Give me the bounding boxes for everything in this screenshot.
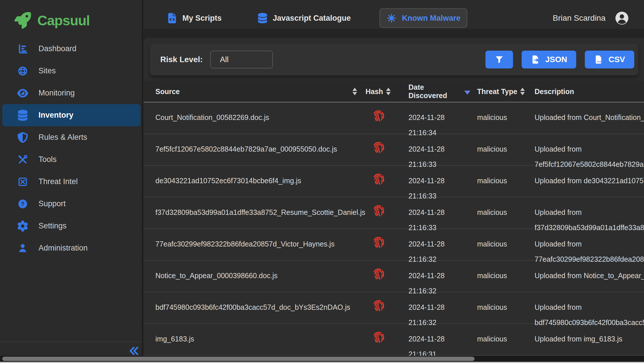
sidebar-item-label: Inventory bbox=[38, 111, 74, 120]
cell-hash[interactable] bbox=[355, 204, 401, 217]
brand-name: Capsuul bbox=[37, 13, 90, 28]
sort-icon[interactable] bbox=[386, 88, 391, 95]
sort-desc-icon[interactable] bbox=[464, 91, 471, 95]
threat-box-icon bbox=[17, 176, 28, 187]
export-csv-button[interactable]: csvCSV bbox=[585, 51, 634, 68]
table-row[interactable]: img_6183.js2024-11-2821:16:31maliciousUp… bbox=[144, 324, 644, 356]
tab-my-scripts[interactable]: My Scripts bbox=[160, 8, 229, 28]
cell-hash[interactable] bbox=[355, 172, 401, 185]
column-header-date-discovered[interactable]: Date Discovered bbox=[408, 81, 471, 102]
sidebar-item-label: Dashboard bbox=[38, 44, 76, 53]
filter-button[interactable] bbox=[485, 51, 513, 68]
sidebar-item-tools[interactable]: Tools bbox=[0, 148, 141, 171]
shield-icon bbox=[17, 132, 28, 143]
sidebar-item-administration[interactable]: Administration bbox=[0, 237, 141, 259]
table-row[interactable]: Notice_to_Appear_0000398660.doc.js2024-1… bbox=[144, 261, 644, 292]
fingerprint-icon bbox=[371, 267, 385, 280]
fingerprint-icon bbox=[371, 330, 385, 343]
user-name: Brian Scardina bbox=[553, 14, 606, 23]
sidebar-item-threat-intel[interactable]: Threat Intel bbox=[0, 171, 141, 193]
cell-source: img_6183.js bbox=[155, 331, 357, 347]
sort-icon[interactable] bbox=[520, 88, 525, 95]
cell-source: Notice_to_Appear_0000398660.doc.js bbox=[155, 268, 357, 283]
sidebar-item-label: Threat Intel bbox=[38, 177, 78, 186]
cell-description: Uploaded from img_6183.js bbox=[535, 331, 644, 347]
sidebar-item-settings[interactable]: Settings bbox=[0, 215, 141, 237]
table-row[interactable]: de3043221ad10752ec6f73014bcbe6f4_img.js2… bbox=[144, 166, 644, 197]
fingerprint-icon bbox=[371, 299, 385, 312]
column-header-source[interactable]: Source bbox=[155, 81, 357, 102]
sidebar-divider bbox=[0, 341, 142, 342]
tab-javascript-catalogue[interactable]: Javascript Catalogue bbox=[250, 8, 358, 28]
table-row[interactable]: 7ef5fcf12067e5802c8844eb7829a7ae_0009550… bbox=[144, 134, 644, 166]
sidebar-item-label: Support bbox=[38, 199, 66, 208]
rocket-icon bbox=[14, 12, 31, 29]
cell-description: Uploaded from de3043221ad10752ec6f73014b… bbox=[535, 173, 644, 188]
file-csv-icon: csv bbox=[594, 55, 604, 64]
risk-level-value: All bbox=[220, 55, 229, 64]
fingerprint-icon bbox=[371, 140, 385, 154]
sidebar-item-monitoring[interactable]: Monitoring bbox=[0, 82, 141, 104]
cell-source: 77eafc30299ef982322b86fdea20857d_Victor_… bbox=[155, 236, 357, 252]
cell-hash[interactable] bbox=[355, 267, 401, 280]
export-button-label: CSV bbox=[608, 55, 625, 64]
cell-source: f37d32809ba53d99a01a1dffe33a8752_Resume_… bbox=[155, 205, 357, 220]
chart-icon bbox=[17, 43, 28, 54]
sidebar-item-label: Sites bbox=[38, 66, 56, 75]
table-row[interactable]: Court_Notification_00582269.doc.js2024-1… bbox=[144, 102, 644, 134]
sidebar-item-rules-alerts[interactable]: Rules & Alerts bbox=[0, 126, 141, 148]
circle-question-icon: ? bbox=[17, 198, 28, 209]
table-row[interactable]: f37d32809ba53d99a01a1dffe33a8752_Resume_… bbox=[144, 197, 644, 229]
scrollbar-thumb[interactable] bbox=[2, 357, 475, 361]
cell-hash[interactable] bbox=[355, 109, 401, 122]
column-label: Source bbox=[155, 87, 180, 96]
sidebar-item-support[interactable]: ?Support bbox=[0, 193, 141, 215]
sidebar: Capsuul DashboardSitesMonitoringInventor… bbox=[0, 0, 143, 363]
cell-hash[interactable] bbox=[355, 299, 401, 312]
svg-text:csv: csv bbox=[597, 60, 601, 63]
cell-threat-type: malicious bbox=[477, 142, 530, 157]
column-header-hash[interactable]: Hash bbox=[355, 81, 401, 102]
globe-icon bbox=[17, 66, 28, 77]
sidebar-item-label: Settings bbox=[38, 221, 67, 230]
sidebar-item-label: Tools bbox=[38, 155, 57, 164]
table-row[interactable]: 77eafc30299ef982322b86fdea20857d_Victor_… bbox=[144, 229, 644, 261]
topbar: My ScriptsJavascript CatalogueKnown Malw… bbox=[144, 0, 644, 29]
content-panel: Risk Level: All JSONcsvCSV SourceHashDat… bbox=[144, 38, 644, 363]
sidebar-item-sites[interactable]: Sites bbox=[0, 60, 141, 82]
brand-logo: Capsuul bbox=[0, 0, 142, 29]
database-icon bbox=[17, 110, 28, 121]
column-header-threat-type[interactable]: Threat Type bbox=[477, 81, 530, 102]
column-header-description[interactable]: Description bbox=[535, 81, 644, 102]
table-row[interactable]: bdf745980c093b6fc42f00ba3cacc57d_doc_bYs… bbox=[144, 292, 644, 324]
cell-hash[interactable] bbox=[355, 235, 401, 249]
tab-known-malware[interactable]: Known Malware bbox=[379, 8, 467, 28]
column-label: Hash bbox=[365, 87, 383, 96]
user-menu[interactable]: Brian Scardina bbox=[553, 7, 630, 29]
cell-description: Uploaded from Notice_to_Appear_000039866… bbox=[535, 268, 644, 283]
cell-source: de3043221ad10752ec6f73014bcbe6f4_img.js bbox=[155, 173, 357, 188]
cell-threat-type: malicious bbox=[477, 110, 530, 125]
cell-source: 7ef5fcf12067e5802c8844eb7829a7ae_0009550… bbox=[155, 142, 357, 157]
risk-level-select[interactable]: All bbox=[210, 51, 273, 68]
cell-source: bdf745980c093b6fc42f00ba3cacc57d_doc_bYs… bbox=[155, 300, 357, 315]
cell-hash[interactable] bbox=[355, 140, 401, 154]
tab-label: Javascript Catalogue bbox=[273, 14, 351, 23]
cell-threat-type: malicious bbox=[477, 236, 530, 252]
cell-hash[interactable] bbox=[355, 330, 401, 343]
tab-label: My Scripts bbox=[182, 14, 222, 23]
horizontal-scrollbar[interactable] bbox=[0, 356, 644, 362]
sidebar-item-label: Rules & Alerts bbox=[38, 133, 87, 142]
cell-threat-type: malicious bbox=[477, 268, 530, 283]
filter-bar: Risk Level: All JSONcsvCSV bbox=[150, 44, 638, 75]
user-circle-icon[interactable] bbox=[614, 10, 630, 26]
fingerprint-icon bbox=[371, 204, 385, 217]
table-body: Court_Notification_00582269.doc.js2024-1… bbox=[144, 102, 644, 356]
sidebar-item-dashboard[interactable]: Dashboard bbox=[0, 38, 141, 60]
fingerprint-icon bbox=[371, 109, 385, 122]
sidebar-item-inventory[interactable]: Inventory bbox=[2, 104, 140, 126]
chevrons-left-icon[interactable] bbox=[127, 345, 140, 357]
export-json-button[interactable]: JSON bbox=[522, 51, 576, 68]
sidebar-nav: DashboardSitesMonitoringInventoryRules &… bbox=[0, 38, 141, 259]
virus-icon bbox=[386, 13, 397, 23]
